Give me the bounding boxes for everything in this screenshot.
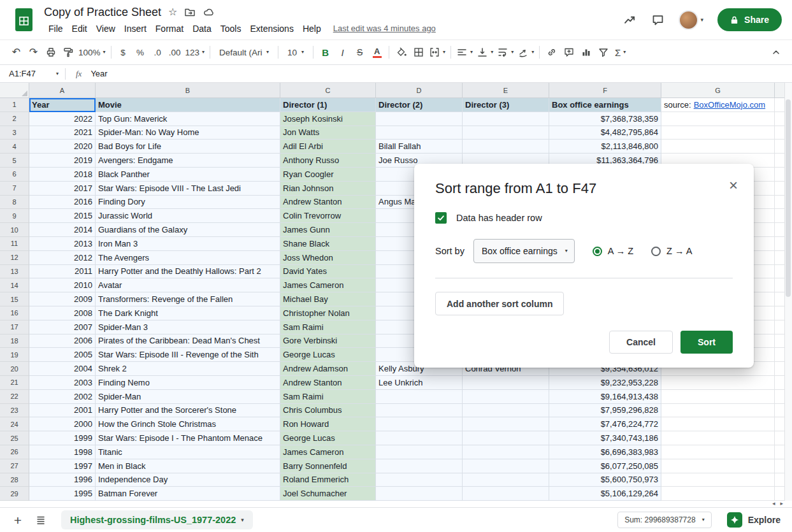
cell-A3[interactable]: 2021: [29, 126, 96, 140]
cell-E23[interactable]: [463, 404, 549, 418]
cell-E25[interactable]: [463, 431, 549, 445]
row-header-28[interactable]: 28: [0, 473, 29, 487]
sheets-logo-icon[interactable]: [15, 8, 32, 31]
row-header-8[interactable]: 8: [0, 196, 29, 210]
row-header-22[interactable]: 22: [0, 390, 29, 404]
share-button[interactable]: Share: [717, 8, 782, 31]
cell-B28[interactable]: Independence Day: [96, 473, 280, 487]
cell-A29[interactable]: 1995: [29, 487, 96, 501]
cell-A21[interactable]: 2003: [29, 376, 96, 390]
cell-D23[interactable]: [376, 404, 463, 418]
paint-format-button[interactable]: [59, 43, 76, 61]
cell-C7[interactable]: Rian Johnson: [280, 182, 376, 196]
row-header-21[interactable]: 21: [0, 376, 29, 390]
cell-F26[interactable]: $6,696,383,983: [549, 445, 661, 459]
cell-C21[interactable]: Andrew Stanton: [280, 376, 376, 390]
row-header-12[interactable]: 12: [0, 251, 29, 265]
cell-G2[interactable]: [661, 112, 775, 126]
row-header-16[interactable]: 16: [0, 306, 29, 320]
cell-C9[interactable]: Colin Trevorrow: [280, 209, 376, 223]
cell-F27[interactable]: $6,077,250,085: [549, 459, 661, 473]
name-box[interactable]: A1:F47 ▾: [0, 69, 65, 78]
column-header-C[interactable]: C: [280, 83, 376, 98]
row-header-1[interactable]: 1: [0, 98, 29, 112]
cell-A2[interactable]: 2022: [29, 112, 96, 126]
cell-B2[interactable]: Top Gun: Maverick: [96, 112, 280, 126]
cell-F23[interactable]: $7,959,296,828: [549, 404, 661, 418]
cell-A6[interactable]: 2018: [29, 168, 96, 182]
cell-A13[interactable]: 2011: [29, 265, 96, 279]
row-header-24[interactable]: 24: [0, 417, 29, 431]
cell-B22[interactable]: Spider-Man: [96, 390, 280, 404]
cell-B4[interactable]: Bad Boys for Life: [96, 140, 280, 154]
cell-E21[interactable]: [463, 376, 549, 390]
cell-F25[interactable]: $7,340,743,186: [549, 431, 661, 445]
row-header-7[interactable]: 7: [0, 182, 29, 196]
cell-C2[interactable]: Joseph Kosinski: [280, 112, 376, 126]
menu-extensions[interactable]: Extensions: [245, 22, 298, 35]
fill-color-button[interactable]: [392, 43, 410, 61]
explore-button[interactable]: Explore: [727, 512, 783, 528]
cell-B3[interactable]: Spider-Man: No Way Home: [96, 126, 280, 140]
row-header-23[interactable]: 23: [0, 404, 29, 418]
cell-C11[interactable]: Shane Black: [280, 237, 376, 251]
text-rotation-button[interactable]: ▾: [515, 43, 536, 61]
row-header-18[interactable]: 18: [0, 334, 29, 349]
select-all-corner[interactable]: [0, 83, 29, 98]
cell-G22[interactable]: [661, 390, 775, 404]
cell-D27[interactable]: [376, 459, 463, 473]
redo-button[interactable]: ↷: [25, 43, 42, 61]
cell-B11[interactable]: Iron Man 3: [96, 237, 280, 251]
add-sort-column-button[interactable]: Add another sort column: [435, 292, 564, 315]
cell-D25[interactable]: [376, 431, 463, 445]
cell-D22[interactable]: [376, 390, 463, 404]
cell-A4[interactable]: 2020: [29, 140, 96, 154]
cell-F3[interactable]: $4,482,795,864: [549, 126, 661, 140]
row-header-19[interactable]: 19: [0, 348, 29, 362]
cell-F28[interactable]: $5,600,750,973: [549, 473, 661, 487]
font-size-select[interactable]: 10▾: [282, 43, 310, 61]
cell-E28[interactable]: [463, 473, 549, 487]
cell-G24[interactable]: [661, 417, 775, 431]
cell-B29[interactable]: Batman Forever: [96, 487, 280, 501]
menu-tools[interactable]: Tools: [216, 22, 246, 35]
account-avatar[interactable]: [679, 10, 698, 30]
sort-button[interactable]: Sort: [680, 331, 733, 354]
scrollbar-thumb[interactable]: [786, 99, 791, 297]
cell-C4[interactable]: Adil El Arbi: [280, 140, 376, 154]
row-header-17[interactable]: 17: [0, 320, 29, 334]
cell-B19[interactable]: Star Wars: Episode III - Revenge of the …: [96, 348, 280, 362]
cell-C3[interactable]: Jon Watts: [280, 126, 376, 140]
comments-icon[interactable]: [651, 13, 665, 27]
cell-C19[interactable]: George Lucas: [280, 348, 376, 362]
last-edit-status[interactable]: Last edit was 4 minutes ago: [333, 24, 436, 33]
cell-E26[interactable]: [463, 445, 549, 459]
cell-B5[interactable]: Avengers: Endgame: [96, 154, 280, 168]
row-header-3[interactable]: 3: [0, 126, 29, 140]
cell-B10[interactable]: Guardians of the Galaxy: [96, 223, 280, 237]
menu-insert[interactable]: Insert: [120, 22, 151, 35]
row-header-5[interactable]: 5: [0, 154, 29, 168]
format-currency-button[interactable]: $: [115, 43, 132, 61]
cell-A28[interactable]: 1996: [29, 473, 96, 487]
cell-B23[interactable]: Harry Potter and the Sorcerer's Stone: [96, 404, 280, 418]
cell-E3[interactable]: [463, 126, 549, 140]
all-sheets-icon[interactable]: [32, 514, 50, 526]
strikethrough-button[interactable]: S: [351, 43, 368, 61]
cancel-button[interactable]: Cancel: [609, 331, 673, 354]
print-button[interactable]: [42, 43, 59, 61]
cell-A24[interactable]: 2000: [29, 417, 96, 431]
cell-C14[interactable]: James Cameron: [280, 278, 376, 292]
cell-B14[interactable]: Avatar: [96, 278, 280, 292]
cell-G27[interactable]: [661, 459, 775, 473]
sort-descending-option[interactable]: Z → A: [651, 246, 692, 256]
cell-D2[interactable]: [376, 112, 463, 126]
cell-C10[interactable]: James Gunn: [280, 223, 376, 237]
cell-B16[interactable]: The Dark Knight: [96, 306, 280, 320]
cell-C15[interactable]: Michael Bay: [280, 292, 376, 306]
cell-C24[interactable]: Ron Howard: [280, 417, 376, 431]
cell-B13[interactable]: Harry Potter and the Deathly Hallows: Pa…: [96, 265, 280, 279]
cell-D4[interactable]: Bilall Fallah: [376, 140, 463, 154]
cell-B7[interactable]: Star Wars: Episode VIII - The Last Jedi: [96, 182, 280, 196]
row-header-2[interactable]: 2: [0, 112, 29, 126]
